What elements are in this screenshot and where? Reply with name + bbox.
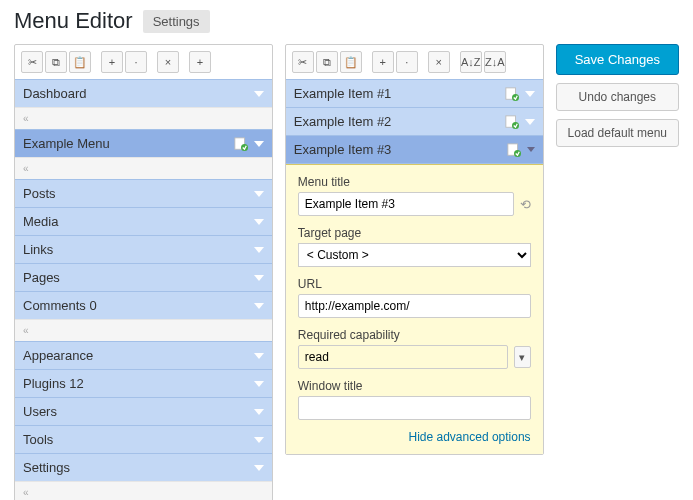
load-default-button[interactable]: Load default menu <box>556 119 679 147</box>
chevron-down-icon[interactable] <box>254 247 264 253</box>
separator-row[interactable]: « <box>15 157 272 180</box>
chevron-down-icon[interactable] <box>254 353 264 359</box>
chevron-down-icon[interactable] <box>527 147 535 152</box>
chevron-down-icon[interactable] <box>254 275 264 281</box>
menu-item-label: Posts <box>23 186 56 201</box>
menu-item[interactable]: Example Menu <box>15 129 272 158</box>
chevron-down-icon[interactable] <box>254 141 264 147</box>
flag-icon <box>234 137 248 151</box>
sort-desc-button[interactable]: Z↓A <box>484 51 506 73</box>
menu-item[interactable]: Comments 0 <box>15 291 272 320</box>
target-page-label: Target page <box>298 226 531 240</box>
copy-button[interactable]: ⧉ <box>45 51 67 73</box>
chevron-down-icon[interactable] <box>254 437 264 443</box>
chevron-down-icon[interactable] <box>254 303 264 309</box>
menu-title-input[interactable] <box>298 192 514 216</box>
menu-item-label: Example Item #1 <box>294 86 392 101</box>
menu-item-label: Example Item #2 <box>294 114 392 129</box>
menu-item[interactable]: Tools <box>15 425 272 454</box>
menu-item[interactable]: Pages <box>15 263 272 292</box>
menu-item-label: Tools <box>23 432 53 447</box>
flag-icon <box>505 87 519 101</box>
chevron-down-icon[interactable] <box>254 409 264 415</box>
save-button[interactable]: Save Changes <box>556 44 679 75</box>
sort-asc-button[interactable]: A↓Z <box>460 51 482 73</box>
new-separator-button[interactable]: · <box>125 51 147 73</box>
menu-item-label: Links <box>23 242 53 257</box>
right-panel: ✂ ⧉ 📋 + · × A↓Z Z↓A Example Item #1Examp… <box>285 44 544 455</box>
menu-item[interactable]: Appearance <box>15 341 272 370</box>
undo-button[interactable]: Undo changes <box>556 83 679 111</box>
menu-item[interactable]: Example Item #2 <box>286 107 543 136</box>
tab-settings[interactable]: Settings <box>143 10 210 33</box>
window-title-input[interactable] <box>298 396 531 420</box>
menu-item[interactable]: Example Item #1 <box>286 79 543 108</box>
capability-dropdown-button[interactable]: ▾ <box>514 346 530 368</box>
cut-button[interactable]: ✂ <box>292 51 314 73</box>
paste-button[interactable]: 📋 <box>69 51 91 73</box>
menu-item-label: Media <box>23 214 58 229</box>
page-title: Menu Editor <box>14 8 133 34</box>
delete-button[interactable]: × <box>157 51 179 73</box>
chevron-down-icon[interactable] <box>254 219 264 225</box>
left-toolbar: ✂ ⧉ 📋 + · × + <box>15 45 272 80</box>
side-actions: Save Changes Undo changes Load default m… <box>556 44 679 147</box>
menu-item-label: Pages <box>23 270 60 285</box>
add-separator-before-button[interactable]: + <box>189 51 211 73</box>
menu-item[interactable]: Dashboard <box>15 79 272 108</box>
chevron-down-icon[interactable] <box>254 465 264 471</box>
menu-item-label: Settings <box>23 460 70 475</box>
menu-item[interactable]: Example Item #3 <box>286 135 543 164</box>
cut-button[interactable]: ✂ <box>21 51 43 73</box>
chevron-down-icon[interactable] <box>525 91 535 97</box>
url-label: URL <box>298 277 531 291</box>
menu-item[interactable]: Plugins 12 <box>15 369 272 398</box>
menu-item-label: Comments 0 <box>23 298 97 313</box>
window-title-label: Window title <box>298 379 531 393</box>
copy-button[interactable]: ⧉ <box>316 51 338 73</box>
menu-item[interactable]: Links <box>15 235 272 264</box>
reset-icon[interactable]: ⟲ <box>520 197 531 212</box>
menu-item-label: Plugins 12 <box>23 376 84 391</box>
menu-item[interactable]: Posts <box>15 179 272 208</box>
delete-button[interactable]: × <box>428 51 450 73</box>
chevron-down-icon[interactable] <box>254 381 264 387</box>
menu-item[interactable]: Settings <box>15 453 272 482</box>
flag-icon <box>505 115 519 129</box>
right-toolbar: ✂ ⧉ 📋 + · × A↓Z Z↓A <box>286 45 543 80</box>
separator-row[interactable]: « <box>15 319 272 342</box>
separator-row[interactable]: « <box>15 481 272 500</box>
menu-item-label: Users <box>23 404 57 419</box>
flag-icon <box>507 143 521 157</box>
menu-item[interactable]: Users <box>15 397 272 426</box>
chevron-down-icon[interactable] <box>254 91 264 97</box>
left-panel: ✂ ⧉ 📋 + · × + Dashboard«Example Menu«Pos… <box>14 44 273 500</box>
menu-item-label: Dashboard <box>23 86 87 101</box>
capability-label: Required capability <box>298 328 531 342</box>
new-item-button[interactable]: + <box>372 51 394 73</box>
separator-row[interactable]: « <box>15 107 272 130</box>
menu-title-label: Menu title <box>298 175 531 189</box>
menu-item[interactable]: Media <box>15 207 272 236</box>
new-separator-button[interactable]: · <box>396 51 418 73</box>
chevron-down-icon[interactable] <box>254 191 264 197</box>
hide-advanced-link[interactable]: Hide advanced options <box>298 430 531 444</box>
capability-input[interactable] <box>298 345 508 369</box>
menu-item-label: Example Item #3 <box>294 142 392 157</box>
menu-item-label: Example Menu <box>23 136 110 151</box>
paste-button[interactable]: 📋 <box>340 51 362 73</box>
new-item-button[interactable]: + <box>101 51 123 73</box>
target-page-select[interactable]: < Custom > <box>298 243 531 267</box>
url-input[interactable] <box>298 294 531 318</box>
menu-item-label: Appearance <box>23 348 93 363</box>
item-details: Menu title⟲Target page< Custom >URLRequi… <box>286 164 543 454</box>
chevron-down-icon[interactable] <box>525 119 535 125</box>
